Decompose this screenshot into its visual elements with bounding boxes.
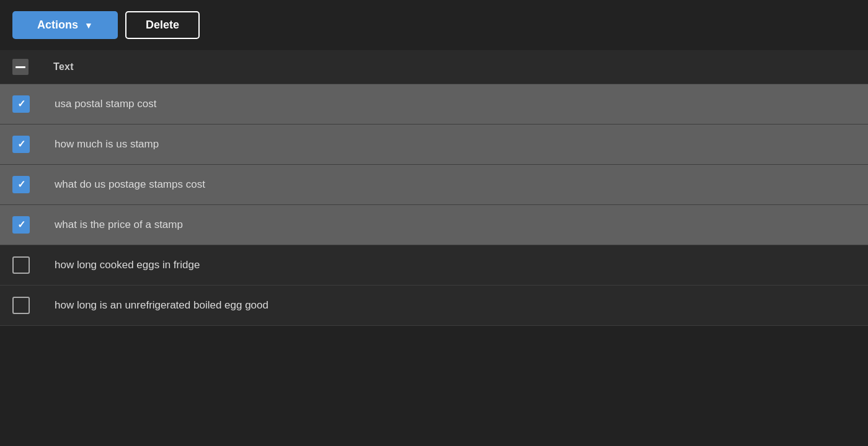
table-row[interactable]: ✓how much is us stamp: [0, 125, 868, 165]
row-checkbox[interactable]: ✓: [12, 216, 30, 234]
toolbar: Actions ▼ Delete: [0, 0, 868, 50]
checkmark-icon: ✓: [17, 99, 25, 109]
actions-button[interactable]: Actions ▼: [12, 11, 118, 39]
row-checkbox[interactable]: [12, 256, 30, 274]
actions-label: Actions: [37, 19, 78, 32]
column-header-text: Text: [53, 61, 74, 72]
checkmark-icon: ✓: [17, 139, 25, 149]
select-all-checkbox[interactable]: [12, 59, 29, 75]
checkmark-icon: ✓: [17, 220, 25, 230]
row-checkbox[interactable]: ✓: [12, 95, 30, 113]
checkmark-icon: ✓: [17, 180, 25, 190]
row-checkbox[interactable]: [12, 297, 30, 314]
row-text: how long is an unrefrigerated boiled egg…: [55, 299, 268, 312]
row-checkbox[interactable]: ✓: [12, 176, 30, 193]
indeterminate-icon: [16, 66, 25, 68]
table-row[interactable]: ✓usa postal stamp cost: [0, 84, 868, 125]
row-text: what is the price of a stamp: [55, 219, 183, 231]
table-row[interactable]: how long cooked eggs in fridge: [0, 245, 868, 286]
table-row[interactable]: ✓what is the price of a stamp: [0, 205, 868, 245]
row-text: what do us postage stamps cost: [55, 178, 205, 191]
chevron-down-icon: ▼: [84, 20, 93, 30]
table-row[interactable]: how long is an unrefrigerated boiled egg…: [0, 286, 868, 326]
row-checkbox[interactable]: ✓: [12, 136, 30, 153]
delete-button[interactable]: Delete: [125, 11, 200, 39]
table-header: Text: [0, 50, 868, 84]
row-text: how much is us stamp: [55, 138, 159, 151]
table-body: ✓usa postal stamp cost✓how much is us st…: [0, 84, 868, 326]
table-row[interactable]: ✓what do us postage stamps cost: [0, 165, 868, 205]
row-text: how long cooked eggs in fridge: [55, 259, 200, 271]
row-text: usa postal stamp cost: [55, 98, 156, 110]
